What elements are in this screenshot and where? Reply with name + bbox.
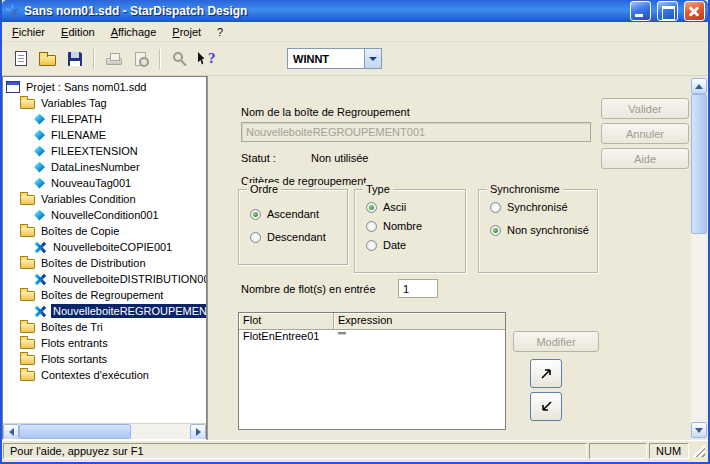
maximize-button[interactable] xyxy=(657,1,678,21)
menu-affichage[interactable]: Affichage xyxy=(103,23,165,41)
project-tree-panel: Projet : Sans nom01.sdd Variables Tag FI… xyxy=(2,76,207,440)
app-star-icon[interactable] xyxy=(5,4,20,19)
minimize-button[interactable] xyxy=(630,1,651,21)
radio-ascii[interactable]: Ascii xyxy=(355,201,465,213)
folder-icon xyxy=(20,355,35,365)
column-header-expression[interactable]: Expression xyxy=(334,313,505,329)
tree-item-label: Variables Tag xyxy=(39,96,109,110)
flows-count-input[interactable] xyxy=(398,279,438,298)
arrow-up-right-button[interactable] xyxy=(530,359,562,388)
print-preview-button[interactable] xyxy=(128,46,153,71)
tree-item-project[interactable]: Projet : Sans nom01.sdd xyxy=(3,79,206,95)
radio-nombre[interactable]: Nombre xyxy=(355,220,465,232)
ordre-group-title: Ordre xyxy=(247,183,281,195)
folder-icon xyxy=(20,371,35,381)
radio-icon xyxy=(490,225,501,236)
tree-item-label: NouvelleboiteCOPIE001 xyxy=(51,240,174,254)
context-help-button[interactable] xyxy=(194,46,219,71)
radio-descendant[interactable]: Descendant xyxy=(239,231,347,243)
tree-item-label: NouvelleboiteREGROUPEMENT001 xyxy=(51,304,206,318)
menu-edition[interactable]: Edition xyxy=(53,23,103,41)
statusbar: Pour l'aide, appuyez sur F1 NUM xyxy=(2,440,708,460)
radio-non-synchronise[interactable]: Non synchronisé xyxy=(479,224,597,236)
tree-item-datalinesnumber[interactable]: DataLinesNumber xyxy=(3,159,206,175)
save-button[interactable] xyxy=(62,46,87,71)
tree-item-label: Flots sortants xyxy=(39,352,109,366)
print-preview-icon xyxy=(135,52,146,66)
toolbar-separator xyxy=(93,49,95,69)
tree-item-flots-entrants[interactable]: Flots entrants xyxy=(3,335,206,351)
tree-item-fileextension[interactable]: FILEEXTENSION xyxy=(3,143,206,159)
scroll-down-button[interactable] xyxy=(691,422,707,438)
menu-help[interactable]: ? xyxy=(209,23,231,41)
tree-item-boites-distribution[interactable]: Boîtes de Distribution xyxy=(3,255,206,271)
radio-icon xyxy=(250,209,261,220)
scroll-track[interactable] xyxy=(691,94,707,422)
scroll-right-button[interactable] xyxy=(190,424,206,440)
tree-item-nouvellecondition[interactable]: NouvelleCondition001 xyxy=(3,207,206,223)
tree-item-label: Variables Condition xyxy=(39,192,138,206)
flows-table[interactable]: Flot Expression FlotEnEntree01 "" xyxy=(238,312,506,430)
tag-icon xyxy=(34,162,45,173)
chevron-down-icon xyxy=(369,57,377,61)
valider-button[interactable]: Valider xyxy=(601,98,689,119)
tree-item-filepath[interactable]: FILEPATH xyxy=(3,111,206,127)
tree-item-variables-tag[interactable]: Variables Tag xyxy=(3,95,206,111)
arrow-down-left-icon xyxy=(539,399,554,414)
radio-label: Synchronisé xyxy=(507,201,568,213)
open-folder-icon xyxy=(39,55,56,66)
tree-item-boite-copie001[interactable]: NouvelleboiteCOPIE001 xyxy=(3,239,206,255)
window-title: Sans nom01.sdd - StarDispatch Design xyxy=(24,4,624,18)
modifier-button[interactable]: Modifier xyxy=(513,331,599,352)
context-combobox[interactable]: WINNT xyxy=(287,48,382,69)
close-button[interactable] xyxy=(684,1,705,21)
scroll-track[interactable] xyxy=(19,424,190,439)
print-button[interactable] xyxy=(101,46,126,71)
tree-item-contextes-execution[interactable]: Contextes d'exécution xyxy=(3,367,206,383)
table-row[interactable]: FlotEnEntree01 "" xyxy=(239,330,505,345)
scroll-left-button[interactable] xyxy=(3,424,19,440)
radio-label: Nombre xyxy=(383,220,422,232)
tree-item-label: DataLinesNumber xyxy=(49,160,142,174)
scroll-thumb[interactable] xyxy=(691,94,707,234)
project-icon xyxy=(6,81,20,93)
scroll-thumb[interactable] xyxy=(19,424,131,439)
radio-icon xyxy=(366,202,377,213)
form-vertical-scrollbar[interactable] xyxy=(691,78,707,438)
tree-item-boite-regroupement001[interactable]: NouvelleboiteREGROUPEMENT001 xyxy=(3,303,206,319)
radio-date[interactable]: Date xyxy=(355,239,465,251)
tree-item-boites-regroupement[interactable]: Boîtes de Regroupement xyxy=(3,287,206,303)
radio-label: Descendant xyxy=(267,231,326,243)
tree-item-boite-distribution001[interactable]: NouvelleboiteDISTRIBUTION001 xyxy=(3,271,206,287)
tree-item-nouveautag[interactable]: NouveauTag001 xyxy=(3,175,206,191)
name-label: Nom de la boîte de Regroupement xyxy=(241,106,410,118)
tree-item-filename[interactable]: FILENAME xyxy=(3,127,206,143)
radio-icon xyxy=(366,240,377,251)
tree-item-label: Projet : Sans nom01.sdd xyxy=(24,80,148,94)
search-icon xyxy=(173,52,183,62)
new-document-button[interactable] xyxy=(8,46,33,71)
radio-synchronise[interactable]: Synchronisé xyxy=(479,201,597,213)
search-button[interactable] xyxy=(167,46,192,71)
column-header-flot[interactable]: Flot xyxy=(239,313,334,329)
tree-item-label: NouvelleboiteDISTRIBUTION001 xyxy=(51,272,206,286)
tree-item-boites-tri[interactable]: Boîtes de Tri xyxy=(3,319,206,335)
radio-ascendant[interactable]: Ascendant xyxy=(239,208,347,220)
menubar: Fichier Edition Affichage Projet ? xyxy=(2,22,708,42)
tree-item-label: Boîtes de Tri xyxy=(39,320,105,334)
scroll-up-button[interactable] xyxy=(691,78,707,94)
aide-button[interactable]: Aide xyxy=(601,148,689,169)
resize-grip[interactable] xyxy=(691,443,707,459)
menu-fichier[interactable]: Fichier xyxy=(4,23,53,41)
combobox-dropdown-button[interactable] xyxy=(364,49,381,68)
tag-icon xyxy=(34,114,45,125)
tree-item-flots-sortants[interactable]: Flots sortants xyxy=(3,351,206,367)
open-button[interactable] xyxy=(35,46,60,71)
annuler-button[interactable]: Annuler xyxy=(601,123,689,144)
tree-item-variables-condition[interactable]: Variables Condition xyxy=(3,191,206,207)
app-window: Sans nom01.sdd - StarDispatch Design Fic… xyxy=(0,0,710,464)
tree-horizontal-scrollbar[interactable] xyxy=(3,423,206,439)
menu-projet[interactable]: Projet xyxy=(164,23,209,41)
arrow-down-left-button[interactable] xyxy=(530,392,562,421)
tree-item-boites-copie[interactable]: Boîtes de Copie xyxy=(3,223,206,239)
